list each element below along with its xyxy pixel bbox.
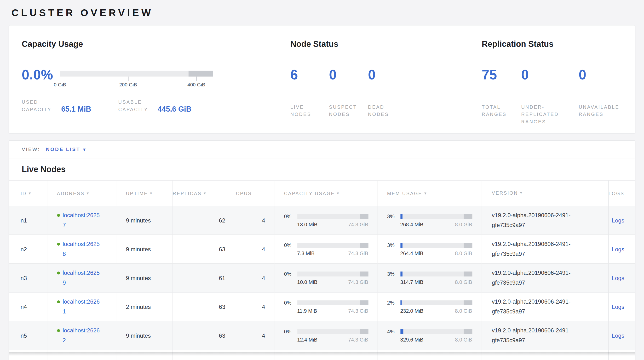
node-live-status-icon	[57, 243, 60, 246]
node-logs-cell: Logs	[608, 292, 636, 321]
node-capacity-cell: 0% 10.0 MiB 74.3 GiB	[274, 264, 377, 292]
node-id: n4	[20, 303, 27, 310]
column-header-id[interactable]: ID▾	[9, 181, 48, 206]
column-header-mem-usage[interactable]: MEM USAGE▾	[377, 181, 481, 206]
page-title: CLUSTER OVERVIEW	[12, 7, 644, 19]
memory-total-value: 8.0 GiB	[455, 308, 472, 314]
node-uptime: 9 minutes	[126, 332, 151, 339]
node-logs-link[interactable]: Logs	[612, 332, 624, 339]
node-replicas: 63	[219, 303, 226, 310]
node-address-link[interactable]: localhost:26259	[62, 268, 102, 288]
memory-used-value: 232.0 MiB	[400, 308, 423, 314]
column-header-address[interactable]: ADDRESS▾	[48, 181, 116, 206]
capacity-bar	[60, 71, 213, 77]
capacity-usage-bar	[297, 300, 368, 305]
node-version: v19.2.0-alpha.20190606-2491-gfe735c9a97	[492, 212, 570, 228]
node-address-cell: localhost:26257	[48, 206, 116, 235]
capacity-used-value: 10.0 MiB	[297, 279, 318, 285]
node-address-link[interactable]: localhost:26261	[62, 297, 102, 316]
usable-capacity-value: 445.6 GiB	[158, 105, 192, 113]
memory-total-value: 8.0 GiB	[455, 222, 472, 227]
column-header-replicas[interactable]: REPLICAS▾	[172, 181, 236, 206]
node-logs-link[interactable]: Logs	[612, 303, 624, 310]
node-replicas: 62	[219, 217, 226, 224]
node-version-cell: v19.2.0-alpha.20190606-2491-gfe735c9a97	[481, 206, 608, 235]
used-capacity-value: 65.1 MiB	[61, 105, 91, 113]
empty-cell	[377, 350, 481, 360]
tick-line	[196, 77, 197, 81]
capacity-percent: 0%	[284, 271, 297, 277]
node-uptime: 9 minutes	[126, 217, 151, 224]
view-label: VIEW:	[22, 146, 40, 152]
capacity-bar-nonusable-segment	[188, 71, 213, 77]
live-nodes-stat: 6 LIVE NODES	[290, 68, 329, 118]
view-selector-bar: VIEW: NODE LIST ▾	[9, 141, 635, 158]
capacity-total-value: 74.3 GiB	[348, 222, 368, 227]
column-label: VERSION	[492, 191, 518, 196]
node-memory-cell: 3% 264.4 MiB 8.0 GiB	[377, 235, 481, 264]
empty-cell	[608, 350, 636, 360]
capacity-total-value: 74.3 GiB	[348, 337, 368, 342]
capacity-bar-chart: 0 GiB 200 GiB 400 GiB	[60, 71, 213, 82]
column-header-version[interactable]: VERSION▾	[481, 181, 608, 206]
capacity-used-value: 11.9 MiB	[297, 308, 317, 314]
memory-used-value: 268.4 MiB	[400, 222, 423, 227]
memory-used-value: 264.4 MiB	[400, 250, 423, 256]
node-replicas: 63	[219, 332, 226, 339]
capacity-usage-bar	[297, 271, 368, 276]
node-list-card: VIEW: NODE LIST ▾ Live Nodes ID▾ ADDRESS	[8, 140, 636, 360]
node-id-cell: n5	[9, 321, 48, 350]
node-address-link[interactable]: localhost:26262	[62, 326, 102, 345]
node-uptime: 9 minutes	[126, 275, 151, 281]
sort-arrow-icon: ▾	[337, 191, 340, 195]
capacity-percent: 0%	[284, 300, 297, 305]
chevron-down-icon: ▾	[83, 147, 86, 152]
capacity-bar-nonusable-segment	[360, 271, 368, 276]
usable-capacity-label: USABLE CAPACITY	[118, 98, 153, 113]
node-cpus: 4	[262, 275, 265, 281]
node-cpus-cell: 4	[236, 321, 274, 350]
tick-label: 400 GiB	[187, 82, 205, 88]
under-replicated-ranges-stat: 0 UNDER-REPLICATED RANGES	[521, 68, 578, 125]
node-cpus-cell: 4	[236, 264, 274, 292]
node-capacity-cell: 0% 12.4 MiB 74.3 GiB	[274, 321, 377, 350]
column-header-capacity-usage[interactable]: CAPACITY USAGE▾	[274, 181, 377, 206]
empty-cell	[9, 350, 48, 360]
node-logs-link[interactable]: Logs	[612, 217, 624, 224]
capacity-used-value: 13.0 MiB	[297, 222, 318, 227]
node-id: n3	[20, 275, 27, 281]
memory-bar-fill	[400, 300, 402, 305]
empty-cell	[48, 350, 116, 360]
node-memory-cell: 4% 329.6 MiB 8.0 GiB	[377, 321, 481, 350]
node-version: v19.2.0-alpha.20190606-2491-gfe735c9a97	[492, 270, 570, 286]
capacity-percent: 0%	[284, 242, 297, 248]
column-label: REPLICAS	[173, 191, 202, 196]
empty-cell	[116, 350, 172, 360]
view-dropdown-value: NODE LIST	[46, 146, 80, 152]
memory-bar-fill	[400, 329, 403, 334]
capacity-bar-nonusable-segment	[360, 329, 368, 334]
table-row: n4 localhost:26261 2 minutes 63 4 0% 11.…	[9, 292, 636, 321]
node-cpus: 4	[262, 246, 265, 252]
sort-arrow-icon: ▾	[204, 191, 206, 195]
node-replicas-cell: 62	[172, 206, 236, 235]
column-label: LOGS	[608, 191, 624, 196]
node-live-status-icon	[57, 300, 60, 303]
node-capacity-cell: 0% 11.9 MiB 74.3 GiB	[274, 292, 377, 321]
node-address-link[interactable]: localhost:26258	[62, 239, 102, 259]
node-replicas-cell: 63	[172, 235, 236, 264]
memory-usage-bar	[400, 214, 472, 219]
view-dropdown[interactable]: NODE LIST ▾	[46, 146, 86, 152]
memory-bar-reserved-segment	[464, 300, 472, 305]
node-cpus: 4	[262, 303, 265, 310]
capacity-bar-nonusable-segment	[360, 300, 368, 305]
node-uptime: 9 minutes	[126, 246, 151, 252]
node-address-link[interactable]: localhost:26257	[62, 211, 102, 230]
node-replicas: 63	[219, 246, 226, 252]
node-id: n1	[20, 217, 27, 224]
node-logs-link[interactable]: Logs	[612, 275, 624, 281]
node-logs-link[interactable]: Logs	[612, 246, 624, 252]
column-header-uptime[interactable]: UPTIME▾	[116, 181, 172, 206]
column-header-cpus: CPUS	[236, 181, 274, 206]
node-version-cell: v19.2.0-alpha.20190606-2491-gfe735c9a97	[481, 264, 608, 292]
